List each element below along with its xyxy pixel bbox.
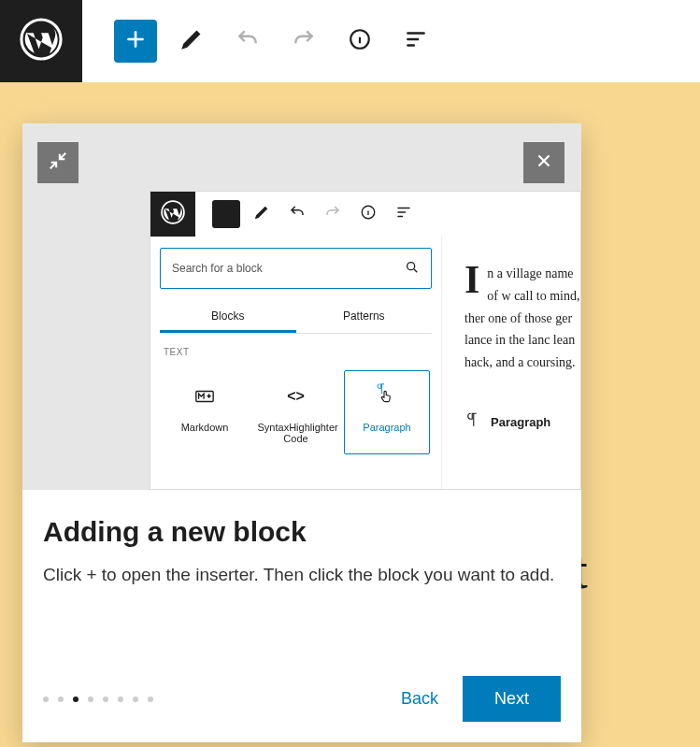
- dot: [58, 697, 64, 702]
- block-syntax-highlighter: <> SyntaxHighlighter Code: [253, 370, 339, 454]
- tour-actions: Back Next: [401, 676, 561, 722]
- undo-icon: [236, 27, 260, 55]
- plus-icon: [123, 27, 148, 55]
- preview-edit-button: [248, 200, 276, 228]
- para-marker-label: Paragraph: [491, 412, 550, 433]
- edit-tool-button[interactable]: [170, 20, 213, 63]
- undo-button[interactable]: [226, 20, 269, 63]
- dot: [43, 697, 49, 702]
- block-markdown: Markdown: [162, 370, 248, 454]
- dot: [88, 697, 93, 702]
- editor-preview: Search for a block Blocks Patterns TEXT …: [150, 191, 581, 490]
- para-marker: Paragraph: [464, 411, 580, 435]
- info-button[interactable]: [338, 20, 381, 63]
- tour-progress-dots: [43, 697, 153, 702]
- preview-info-button: [354, 200, 382, 228]
- dot: [103, 697, 108, 702]
- tab-blocks: Blocks: [160, 302, 296, 333]
- search-placeholder: Search for a block: [172, 262, 263, 275]
- dot: [148, 697, 153, 702]
- pencil-icon: [253, 204, 270, 224]
- tour-modal: Search for a block Blocks Patterns TEXT …: [22, 123, 581, 742]
- add-block-button[interactable]: [114, 20, 157, 63]
- block-label: Paragraph: [349, 422, 425, 433]
- close-icon: [534, 151, 554, 175]
- info-icon: [348, 27, 372, 55]
- preview-undo-button: [283, 200, 311, 228]
- block-label: Markdown: [166, 422, 243, 433]
- wordpress-logo-tile[interactable]: [0, 0, 82, 82]
- inserter-section-label: TEXT: [160, 334, 432, 365]
- preview-outline-button: [390, 200, 418, 228]
- preview-actions: [195, 200, 418, 228]
- preview-story: I n a village name of w call to mind, th…: [464, 263, 580, 374]
- toolbar-actions: [82, 20, 437, 63]
- block-inserter-panel: Search for a block Blocks Patterns TEXT …: [150, 237, 442, 489]
- tour-title: Adding a new block: [43, 516, 561, 548]
- redo-button[interactable]: [282, 20, 325, 63]
- redo-icon: [292, 27, 316, 55]
- dropcap: I: [464, 263, 487, 296]
- tab-patterns: Patterns: [296, 302, 433, 333]
- paragraph-icon: [464, 411, 481, 435]
- paragraph-icon: [349, 384, 425, 409]
- block-paragraph: Paragraph: [344, 370, 430, 454]
- outline-icon: [404, 27, 428, 55]
- dot: [118, 697, 123, 702]
- undo-icon: [289, 204, 306, 224]
- wordpress-logo-icon: [161, 200, 185, 228]
- markdown-icon: [166, 384, 243, 409]
- outline-icon: [395, 204, 412, 224]
- wordpress-logo-icon: [20, 18, 63, 65]
- block-search-input: Search for a block: [160, 248, 432, 289]
- code-icon: <>: [258, 384, 335, 409]
- editor-top-toolbar: [0, 0, 700, 82]
- info-icon: [360, 204, 377, 224]
- block-label: SyntaxHighlighter Code: [258, 422, 335, 444]
- search-icon: [405, 260, 420, 278]
- minimize-button[interactable]: [37, 142, 79, 183]
- preview-content: I n a village name of w call to mind, th…: [442, 237, 580, 489]
- inserter-tabs: Blocks Patterns: [160, 302, 432, 334]
- svg-point-4: [407, 262, 415, 269]
- dot-active: [73, 697, 79, 702]
- next-button[interactable]: Next: [463, 676, 561, 722]
- plus-icon: [218, 204, 235, 224]
- tour-footer: Back Next: [43, 676, 561, 722]
- dot: [133, 697, 138, 702]
- preview-add-button: [212, 200, 240, 228]
- back-button[interactable]: Back: [401, 689, 438, 709]
- tour-illustration: Search for a block Blocks Patterns TEXT …: [22, 123, 581, 490]
- redo-icon: [324, 204, 341, 224]
- pencil-icon: [179, 27, 204, 55]
- tour-content: Adding a new block Click + to open the i…: [22, 490, 581, 742]
- close-button[interactable]: [523, 142, 564, 183]
- preview-redo-button: [319, 200, 347, 228]
- minimize-icon: [48, 151, 68, 175]
- preview-wp-logo: [150, 192, 195, 237]
- outline-button[interactable]: [394, 20, 437, 63]
- tour-description: Click + to open the inserter. Then click…: [43, 561, 561, 588]
- block-grid: Markdown <> SyntaxHighlighter Code Parag…: [160, 365, 432, 460]
- preview-toolbar: [150, 192, 580, 237]
